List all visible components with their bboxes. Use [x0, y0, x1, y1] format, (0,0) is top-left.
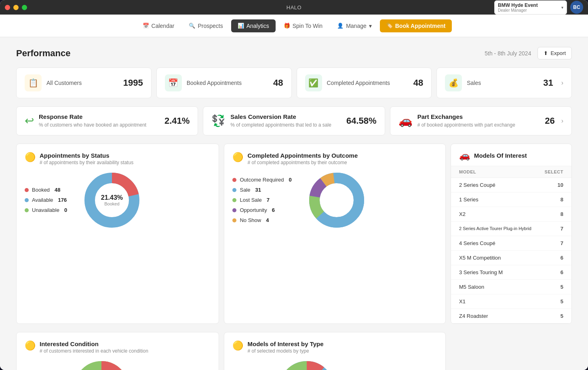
customers-icon: 📋: [28, 78, 38, 88]
part-exchanges-title: Part Exchanges: [417, 113, 540, 120]
model-row-0[interactable]: 2 Series Coupé 10: [451, 178, 571, 192]
date-range: 5th - 8th July 2024: [485, 50, 531, 57]
model-count-4: 7: [561, 240, 563, 246]
chart-appointments-status: 🟡 Appointments by Status # of appointmen…: [16, 144, 219, 324]
metric-sales-conversion: 💱 Sales Conversion Rate % of completed a…: [203, 106, 385, 135]
top-bar: Performance 5th - 8th July 2024 ⬆ Export: [16, 47, 572, 59]
completed-outcome-legend: Outcome Required 0 Sale 31 Lost Sale: [232, 177, 298, 223]
model-name-5: X5 M Competition: [459, 255, 501, 261]
calendar-icon: 📅: [143, 23, 149, 29]
model-name-9: Z4 Roadster: [459, 313, 488, 319]
model-row-4[interactable]: 4 Series Coupé 7: [451, 236, 571, 251]
stat-booked-appointments[interactable]: 📅 Booked Appointments 48: [156, 68, 292, 98]
part-exchanges-arrow-icon: ›: [561, 117, 563, 125]
completed-icon-wrap: ✅: [305, 74, 322, 91]
model-row-9[interactable]: Z4 Roadster 5: [451, 309, 571, 323]
metric-part-exchanges: 🚗 Part Exchanges # of booked appointment…: [390, 106, 572, 135]
model-row-6[interactable]: 3 Series Touring M 6: [451, 265, 571, 280]
sales-icon-wrap: 💰: [445, 74, 462, 91]
model-name-0: 2 Series Coupé: [459, 182, 495, 188]
legend-lost-sale: Lost Sale 7: [232, 197, 298, 203]
completed-appointments-value: 48: [413, 78, 423, 88]
model-row-3[interactable]: 2 Series Active Tourer Plug-in Hybrid 7: [451, 222, 571, 236]
maximize-button[interactable]: [22, 5, 27, 10]
model-count-8: 5: [561, 298, 563, 304]
book-icon: 🏷️: [386, 23, 393, 29]
appointments-status-icon: 🟡: [25, 152, 36, 163]
nav-book-appointment[interactable]: 🏷️ Book Appointment: [380, 19, 452, 32]
sales-conversion-title: Sales Conversion Rate: [230, 113, 341, 120]
avatar: BC: [570, 1, 583, 14]
model-col-header: MODEL: [459, 169, 476, 174]
legend-unavailable: Unavailable 0: [25, 207, 74, 213]
model-count-2: 8: [561, 211, 563, 217]
appointments-status-sub: # of appointments by their availability …: [40, 160, 133, 165]
titlebar-right: BMW Hyde Event Dealer Manager ▾ BC: [494, 0, 583, 15]
person-icon: 👤: [337, 23, 344, 29]
minimize-button[interactable]: [13, 5, 19, 10]
models-list: 2 Series Coupé 10 1 Series 8 X2 8 2 Se: [451, 178, 571, 323]
window-controls: [5, 5, 27, 10]
models-icon: 🚗: [459, 150, 470, 161]
sales-conversion-icon: 💱: [211, 114, 226, 127]
part-exchange-icon: 🚗: [398, 114, 413, 127]
models-by-type-donut: [278, 360, 335, 370]
booked-appointments-value: 48: [273, 78, 283, 88]
model-row-5[interactable]: X5 M Competition 6: [451, 251, 571, 265]
nav-manage[interactable]: 👤 Manage ▾: [331, 19, 378, 32]
model-count-7: 5: [561, 284, 563, 290]
legend-no-show: No Show 4: [232, 217, 298, 223]
model-name-1: 1 Series: [459, 197, 478, 203]
models-by-type-sub: # of selected models by type: [247, 348, 323, 354]
app-window: HALO BMW Hyde Event Dealer Manager ▾ BC …: [0, 0, 588, 370]
model-row-7[interactable]: M5 Saloon 5: [451, 280, 571, 294]
completed-outcome-title: Completed Appointments by Outcome: [247, 152, 358, 159]
available-dot: [25, 198, 29, 202]
models-of-interest-card: 🚗 Models Of Interest MODEL SELECT 2 Seri…: [451, 144, 572, 324]
model-row-8[interactable]: X1 5: [451, 294, 571, 309]
legend-opportunity: Opportunity 6: [232, 207, 298, 213]
chart-interested-condition: 🟡 Interested Condition # of customers in…: [16, 332, 219, 370]
response-rate-sub: % of customers who have booked an appoin…: [39, 122, 160, 129]
close-button[interactable]: [5, 5, 10, 10]
model-count-9: 5: [561, 313, 563, 319]
nav-spin-to-win[interactable]: 🎁 Spin To Win: [277, 19, 329, 32]
nav-prospects[interactable]: 🔍 Prospects: [182, 19, 229, 32]
all-customers-label: All Customers: [46, 80, 118, 86]
stat-completed-appointments[interactable]: ✅ Completed Appointments 48: [297, 68, 432, 98]
legend-sale: Sale 31: [232, 187, 298, 193]
stat-all-customers[interactable]: 📋 All Customers 1995: [16, 68, 152, 98]
chart-icon: 📊: [238, 23, 244, 29]
charts-row-2: 🟡 Interested Condition # of customers in…: [16, 332, 572, 370]
dealer-selector[interactable]: BMW Hyde Event Dealer Manager ▾: [494, 0, 567, 15]
nav-analytics[interactable]: 📊 Analytics: [231, 19, 276, 32]
titlebar: HALO BMW Hyde Event Dealer Manager ▾ BC: [0, 0, 588, 15]
model-row-1[interactable]: 1 Series 8: [451, 192, 571, 207]
metrics-row: ↩ Response Rate % of customers who have …: [16, 106, 572, 135]
search-icon: 🔍: [189, 23, 195, 29]
model-name-8: X1: [459, 298, 466, 304]
interested-condition-donut: [73, 360, 130, 370]
chart-completed-outcome: 🟡 Completed Appointments by Outcome # of…: [224, 144, 446, 324]
metric-response-rate: ↩ Response Rate % of customers who have …: [16, 106, 198, 135]
nav-calendar[interactable]: 📅 Calendar: [136, 19, 181, 32]
stat-sales[interactable]: 💰 Sales 31 ›: [436, 68, 572, 98]
completed-icon: ✅: [308, 78, 318, 88]
gift-icon: 🎁: [284, 23, 290, 29]
model-row-2[interactable]: X2 8: [451, 207, 571, 222]
legend-booked: Booked 48: [25, 187, 74, 193]
sales-conversion-value: 64.58%: [346, 116, 377, 126]
response-rate-title: Response Rate: [39, 113, 160, 120]
unavailable-dot: [25, 208, 29, 212]
model-count-1: 8: [561, 197, 563, 203]
all-customers-value: 1995: [123, 78, 143, 88]
model-count-5: 6: [561, 255, 563, 261]
charts-row-1: 🟡 Appointments by Status # of appointmen…: [16, 144, 572, 324]
part-exchanges-sub: # of booked appointments with part excha…: [417, 122, 540, 129]
response-rate-value: 2.41%: [164, 116, 190, 126]
content-area: 📅 Calendar 🔍 Prospects 📊 Analytics 🎁 Spi…: [0, 15, 588, 370]
model-name-3: 2 Series Active Tourer Plug-in Hybrid: [459, 226, 531, 231]
sales-conversion-sub: % of completed appointments that led to …: [230, 122, 341, 129]
export-button[interactable]: ⬆ Export: [537, 47, 572, 59]
model-name-7: M5 Saloon: [459, 284, 484, 290]
